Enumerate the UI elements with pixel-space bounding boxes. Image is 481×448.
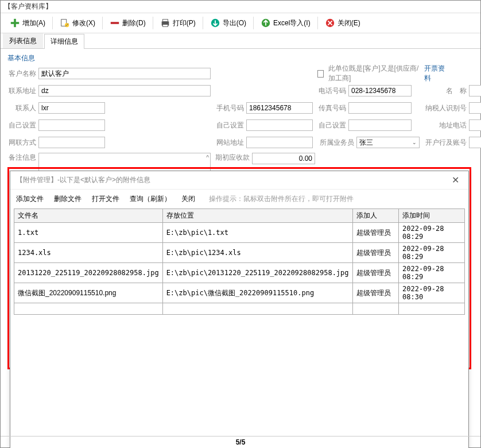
svg-rect-4 xyxy=(111,22,119,24)
tab-detail-info[interactable]: 详细信息 xyxy=(44,34,84,49)
main-toolbar: 增加(A) 修改(X) 删除(D) 打印(P) 导出(O) Excel导入(I) xyxy=(1,13,480,33)
add-button[interactable]: 增加(A) xyxy=(5,16,50,30)
edit-icon xyxy=(60,18,70,28)
contact-person-input[interactable] xyxy=(38,102,105,114)
bank-acct-input[interactable] xyxy=(469,137,481,148)
query-refresh-button[interactable]: 查询（刷新） xyxy=(130,194,171,204)
website-input[interactable] xyxy=(246,137,313,148)
close-button[interactable]: 关闭(E) xyxy=(320,16,365,30)
dialog-close-link[interactable]: 关闭 xyxy=(181,194,195,204)
phone-input[interactable] xyxy=(348,85,412,96)
tab-bar: 列表信息 详细信息 xyxy=(1,33,480,49)
attachment-table: 文件名 存放位置 添加人 添加时间 1.txtE:\zb\pic\1.txt超级… xyxy=(14,208,465,315)
mobile-input[interactable] xyxy=(246,102,313,114)
col-time[interactable]: 添加时间 xyxy=(399,209,465,223)
tab-list-info[interactable]: 列表信息 xyxy=(3,33,43,48)
chevron-up-icon[interactable]: ^ xyxy=(206,155,209,161)
init-receivable-input[interactable] xyxy=(252,153,315,164)
table-row[interactable]: 微信截图_20220909115510.pngE:\zb\pic\微信截图_20… xyxy=(14,283,465,303)
chevron-down-icon: ⌄ xyxy=(412,140,417,145)
main-window: 【客户资料库】 增加(A) 修改(X) 删除(D) 打印(P) 导出(O) xyxy=(0,0,481,448)
self2-input[interactable] xyxy=(246,119,313,131)
table-row[interactable]: 20131220_225119_20220928082958.jpgE:\zb\… xyxy=(14,263,465,283)
basic-info-group: 基本信息 xyxy=(7,53,35,63)
attachment-dialog: 【附件管理】-以下是<默认客户>的附件信息 ✕ 添加文件 删除文件 打开文件 查… xyxy=(10,171,469,448)
tax-id-input[interactable] xyxy=(469,102,481,114)
print-button[interactable]: 打印(P) xyxy=(156,16,200,30)
svg-rect-7 xyxy=(162,25,168,27)
contact-addr-input[interactable] xyxy=(38,85,211,96)
delete-file-button[interactable]: 删除文件 xyxy=(54,194,82,204)
invoice-name-input[interactable] xyxy=(469,85,481,96)
excel-import-button[interactable]: Excel导入(I) xyxy=(256,16,315,30)
status-bar: 5/5 xyxy=(1,436,480,447)
close-circle-icon xyxy=(325,18,335,28)
self3-input[interactable] xyxy=(348,119,412,131)
export-button[interactable]: 导出(O) xyxy=(205,16,251,30)
record-counter: 5/5 xyxy=(236,438,246,446)
self1-input[interactable] xyxy=(38,119,105,131)
svg-rect-6 xyxy=(162,20,168,22)
table-row[interactable]: 1234.xlsE:\zb\pic\1234.xls超级管理员2022-09-2… xyxy=(14,243,465,263)
open-file-button[interactable]: 打开文件 xyxy=(92,194,119,204)
printer-icon xyxy=(160,18,170,28)
export-icon xyxy=(210,18,220,28)
svg-rect-1 xyxy=(11,22,19,24)
sales-select[interactable]: 张三⌄ xyxy=(356,137,420,148)
operation-hint: 操作提示：鼠标双击附件所在行，即可打开附件 xyxy=(209,194,354,204)
unit-both-checkbox[interactable] xyxy=(317,70,324,78)
col-adder[interactable]: 添加人 xyxy=(352,209,399,223)
dialog-close-button[interactable]: ✕ xyxy=(448,175,463,186)
edit-button[interactable]: 修改(X) xyxy=(55,16,100,30)
dialog-empty-area: 这个客户相关的附件文档信息 xyxy=(10,318,468,448)
window-title: 【客户资料库】 xyxy=(1,1,480,13)
minus-icon xyxy=(110,18,120,28)
delete-button[interactable]: 删除(D) xyxy=(105,16,150,30)
dialog-title-text: 【附件管理】-以下是<默认客户>的附件信息 xyxy=(16,175,150,185)
col-path[interactable]: 存放位置 xyxy=(162,209,352,223)
net-contact-input[interactable] xyxy=(38,137,105,148)
detail-form: 基本信息 客户名称 联系地址 联系人 自己设置 网联方式 手机号码 自己设置 网… xyxy=(1,49,480,178)
col-filename[interactable]: 文件名 xyxy=(14,209,163,223)
import-icon xyxy=(261,18,271,28)
customer-name-input[interactable] xyxy=(38,68,211,79)
table-row[interactable] xyxy=(14,303,465,315)
addr-phone-input[interactable] xyxy=(469,119,481,131)
fax-input[interactable] xyxy=(348,102,412,114)
add-file-button[interactable]: 添加文件 xyxy=(16,194,44,204)
plus-icon xyxy=(10,18,20,28)
table-row[interactable]: 1.txtE:\zb\pic\1.txt超级管理员2022-09-28 08:2… xyxy=(14,223,465,243)
